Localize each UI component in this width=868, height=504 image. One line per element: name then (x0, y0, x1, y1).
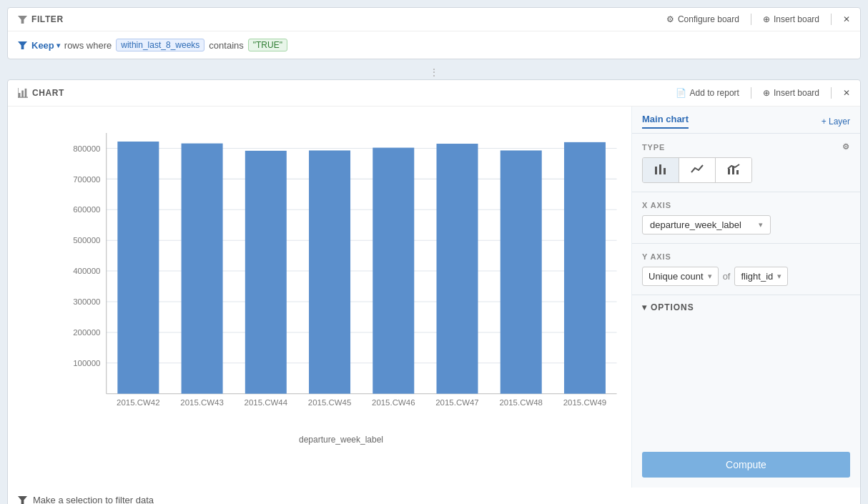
svg-text:200000: 200000 (73, 328, 100, 337)
bar-chart-type-button[interactable] (643, 158, 679, 182)
svg-text:500000: 500000 (73, 236, 100, 244)
svg-text:600000: 600000 (73, 205, 100, 214)
svg-rect-41 (655, 167, 657, 174)
chart-title-text: CHART (32, 88, 64, 98)
filter-body: Keep ▾ rows where within_last_8_weeks co… (8, 31, 860, 59)
svg-rect-44 (728, 169, 730, 174)
add-layer-button[interactable]: + Layer (822, 117, 850, 127)
svg-rect-32 (373, 148, 414, 394)
chart-close-icon: ✕ (843, 88, 850, 98)
svg-text:800000: 800000 (73, 144, 100, 153)
y-axis-section: Y AXIS Unique count ▾ of flight_id ▾ (632, 243, 860, 295)
y-axis-row: Unique count ▾ of flight_id ▾ (642, 267, 850, 286)
svg-marker-0 (18, 15, 27, 23)
close-chart-button[interactable]: ✕ (843, 88, 850, 98)
contains-text: contains (209, 40, 243, 51)
chart-divider2 (831, 87, 832, 99)
line-chart-type-button[interactable] (679, 158, 716, 182)
filter-title: FILTER (18, 14, 64, 24)
rows-text: rows where (64, 40, 112, 51)
svg-rect-26 (182, 144, 223, 394)
filter-icon (18, 15, 27, 24)
status-text: Make a selection to filter data (33, 495, 154, 504)
chart-panel: CHART 📄 Add to report ⊕ Insert board ✕ 1… (7, 79, 861, 504)
options-toggle[interactable]: ▾ OPTIONS (632, 295, 860, 320)
condition-chip[interactable]: within_last_8_weeks (116, 39, 204, 51)
insert-board-button[interactable]: ⊕ Insert board (763, 14, 819, 24)
combo-icon (727, 162, 740, 175)
svg-rect-43 (664, 168, 666, 174)
value-chip[interactable]: "TRUE" (248, 39, 287, 51)
compute-button[interactable]: Compute (642, 452, 850, 478)
y-axis-agg-dropdown[interactable]: Unique count ▾ (642, 267, 719, 286)
svg-text:2015.CW48: 2015.CW48 (499, 398, 542, 407)
plus-circle-icon: ⊕ (763, 14, 770, 24)
svg-text:2015.CW43: 2015.CW43 (180, 398, 223, 407)
svg-text:2015.CW49: 2015.CW49 (563, 398, 606, 407)
line-icon (691, 162, 704, 175)
svg-text:400000: 400000 (73, 267, 100, 275)
x-axis-label: departure_week_label (58, 435, 624, 445)
svg-rect-42 (659, 164, 661, 174)
add-to-report-button[interactable]: 📄 Add to report (676, 88, 739, 98)
chart-icon (18, 88, 28, 98)
filter-row: Keep ▾ rows where within_last_8_weeks co… (18, 39, 850, 51)
bar-icon (654, 162, 667, 175)
svg-rect-46 (736, 170, 739, 174)
svg-rect-3 (21, 91, 24, 98)
chart-area: 1000002000003000004000005000006000007000… (8, 107, 631, 488)
x-axis-arrow-icon: ▾ (759, 220, 763, 229)
status-bar: Make a selection to filter data (8, 488, 860, 504)
drag-handle: ⋮ (7, 65, 861, 79)
status-filter-icon (18, 495, 27, 504)
main-chart-tab[interactable]: Main chart (642, 114, 689, 129)
keep-dropdown[interactable]: Keep ▾ (31, 40, 60, 51)
filter-title-text: FILTER (31, 14, 64, 24)
type-section: TYPE ⚙ (632, 134, 860, 192)
svg-rect-38 (564, 142, 606, 394)
svg-marker-1 (18, 41, 27, 49)
chevron-down-icon: ▾ (56, 41, 60, 49)
chart-title: CHART (18, 88, 64, 98)
svg-rect-28 (245, 151, 287, 394)
filter-header: FILTER ⚙ Configure board ⊕ Insert board … (8, 8, 860, 31)
close-icon: ✕ (843, 14, 850, 24)
svg-rect-24 (117, 142, 159, 394)
svg-text:2015.CW42: 2015.CW42 (117, 398, 159, 407)
chart-type-buttons (642, 157, 752, 183)
chart-actions: 📄 Add to report ⊕ Insert board ✕ (676, 87, 850, 99)
close-filter-button[interactable]: ✕ (843, 14, 850, 24)
chart-body: 1000002000003000004000005000006000007000… (8, 107, 860, 488)
svg-marker-47 (18, 496, 27, 504)
sidebar-scroll[interactable]: TYPE ⚙ (632, 134, 860, 452)
svg-text:700000: 700000 (73, 175, 100, 184)
filter-actions: ⚙ Configure board ⊕ Insert board ✕ (666, 14, 850, 25)
svg-text:2015.CW47: 2015.CW47 (435, 398, 478, 407)
svg-rect-30 (309, 150, 350, 393)
x-axis-label-text: X AXIS (642, 201, 850, 209)
svg-rect-4 (25, 89, 27, 97)
chart-sidebar: Main chart + Layer TYPE ⚙ (631, 107, 860, 488)
svg-text:2015.CW46: 2015.CW46 (372, 398, 415, 407)
x-axis-dropdown[interactable]: departure_week_label ▾ (642, 215, 771, 234)
svg-rect-45 (732, 167, 734, 174)
options-arrow-icon: ▾ (642, 302, 647, 312)
chart-insert-board-button[interactable]: ⊕ Insert board (763, 88, 819, 98)
svg-rect-36 (500, 150, 542, 393)
type-gear-icon[interactable]: ⚙ (842, 142, 850, 152)
y-axis-field-dropdown[interactable]: flight_id ▾ (734, 267, 788, 286)
svg-text:100000: 100000 (73, 359, 100, 367)
chart-header: CHART 📄 Add to report ⊕ Insert board ✕ (8, 80, 860, 107)
svg-rect-2 (19, 93, 21, 97)
x-axis-section: X AXIS departure_week_label ▾ (632, 192, 860, 243)
configure-board-button[interactable]: ⚙ Configure board (666, 14, 739, 24)
sidebar-tabs: Main chart + Layer (632, 107, 860, 134)
filter-row-icon (18, 41, 27, 50)
gear-icon: ⚙ (666, 14, 674, 24)
divider (751, 14, 751, 25)
combo-chart-type-button[interactable] (716, 158, 751, 182)
y-axis-agg-arrow-icon: ▾ (708, 272, 712, 281)
y-axis-label-text: Y AXIS (642, 252, 850, 261)
svg-text:2015.CW44: 2015.CW44 (245, 398, 288, 407)
svg-text:300000: 300000 (73, 297, 100, 306)
